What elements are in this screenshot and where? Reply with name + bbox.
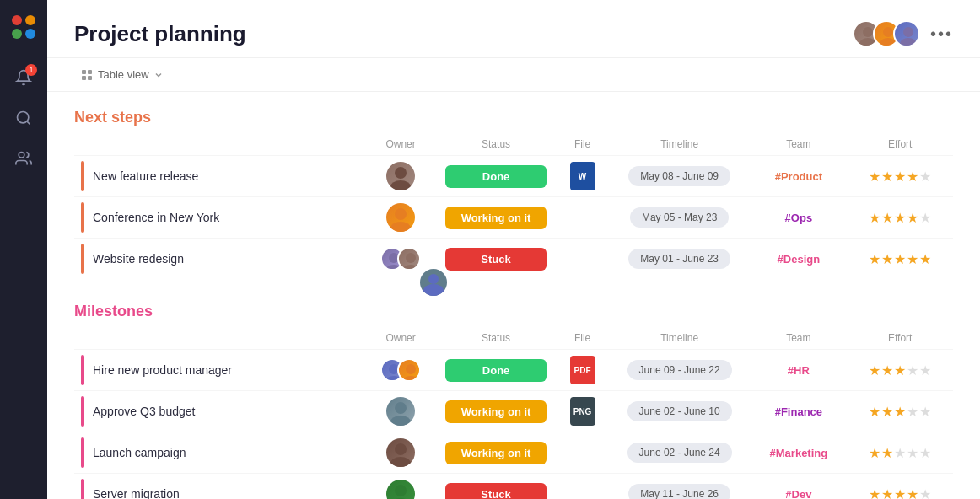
- header-status: Status: [436, 133, 556, 156]
- status-cell: Working on it: [436, 197, 556, 239]
- file-cell: [556, 474, 609, 500]
- status-cell: Stuck: [436, 239, 556, 280]
- milestones-header: Owner Status File Timeline Team Effort: [74, 327, 953, 350]
- svg-point-35: [395, 485, 407, 496]
- file-cell: PNG: [556, 391, 609, 432]
- row-label: Launch campaign: [93, 446, 186, 459]
- owner-cell: [365, 350, 436, 391]
- row-label: New feature release: [93, 169, 198, 183]
- svg-point-0: [12, 15, 22, 25]
- team-cell: #Design: [750, 239, 847, 280]
- svg-point-23: [406, 253, 416, 263]
- row-label: Approve Q3 budget: [93, 405, 195, 418]
- table-area: Next steps Owner Status File Timeline Te…: [47, 92, 980, 499]
- status-badge: Stuck: [445, 483, 547, 500]
- team-cell: #Finance: [750, 391, 847, 432]
- svg-point-34: [390, 457, 411, 467]
- sidebar-notifications-icon[interactable]: 1: [13, 67, 34, 88]
- effort-stars: ★★★★★: [869, 363, 932, 378]
- file-icon-pdf[interactable]: PDF: [570, 356, 595, 384]
- next-steps-header: Owner Status File Timeline Team Effort: [74, 133, 953, 156]
- table-row: Website redesign: [74, 239, 953, 280]
- app-logo[interactable]: [10, 13, 37, 40]
- svg-point-18: [390, 180, 411, 190]
- svg-point-11: [903, 27, 913, 37]
- status-badge: Done: [445, 165, 547, 188]
- svg-point-9: [883, 27, 893, 37]
- team-cell: #Dev: [750, 474, 847, 500]
- header-status: Status: [436, 327, 556, 350]
- effort-cell: ★★★★★: [847, 197, 953, 239]
- sidebar-search-icon[interactable]: [13, 108, 34, 128]
- effort-stars: ★★★★★: [869, 487, 932, 500]
- svg-rect-16: [88, 76, 92, 80]
- header-owner: Owner: [365, 327, 436, 350]
- timeline-cell: June 09 - June 22: [609, 350, 750, 391]
- owner-avatars: [372, 247, 429, 271]
- owner-cell: [365, 391, 436, 432]
- effort-cell: ★★★★★: [847, 391, 953, 432]
- row-border: [81, 202, 84, 233]
- svg-point-20: [390, 222, 411, 232]
- header-right: •••: [853, 20, 953, 47]
- avatar-3[interactable]: [893, 20, 920, 47]
- timeline-cell: May 05 - May 23: [609, 197, 750, 239]
- chevron-down-icon: [154, 71, 163, 79]
- status-cell: Done: [436, 350, 556, 391]
- sidebar: 1: [0, 0, 47, 499]
- header-name: [74, 327, 365, 350]
- timeline-pill: May 08 - June 09: [628, 166, 730, 186]
- owner-avatar: [386, 397, 415, 426]
- svg-point-17: [395, 167, 407, 179]
- file-icon-word[interactable]: W: [570, 162, 595, 190]
- effort-cell: ★★★★★: [847, 432, 953, 474]
- milestones-section: Milestones Owner Status File Timeline Te…: [74, 303, 953, 499]
- file-cell: [556, 239, 609, 280]
- svg-point-30: [402, 376, 419, 382]
- svg-point-1: [25, 15, 35, 25]
- sidebar-people-icon[interactable]: [13, 148, 34, 169]
- table-view-button[interactable]: Table view: [74, 65, 170, 84]
- team-avatars[interactable]: [853, 20, 920, 47]
- timeline-cell: June 02 - June 24: [609, 432, 750, 474]
- file-icon-png[interactable]: PNG: [570, 397, 595, 426]
- row-label: Server migration: [93, 487, 180, 499]
- notification-badge: 1: [25, 64, 37, 76]
- svg-rect-15: [82, 76, 86, 80]
- svg-point-12: [900, 38, 917, 47]
- status-badge: Done: [445, 359, 547, 382]
- svg-rect-13: [82, 70, 86, 74]
- effort-stars: ★★★★★: [869, 211, 932, 225]
- status-badge: Working on it: [445, 400, 547, 423]
- row-name-cell: Server migration: [74, 474, 365, 500]
- effort-stars: ★★★★★: [869, 169, 932, 184]
- timeline-cell: May 08 - June 09: [609, 156, 750, 197]
- more-options-button[interactable]: •••: [930, 24, 953, 44]
- svg-point-33: [395, 443, 407, 455]
- team-tag: #Finance: [775, 405, 822, 418]
- status-cell: Working on it: [436, 432, 556, 474]
- team-tag: #Product: [775, 170, 822, 183]
- row-border: [81, 355, 84, 385]
- file-cell: [556, 432, 609, 474]
- svg-point-32: [390, 416, 411, 426]
- header-owner: Owner: [365, 133, 436, 156]
- owner-avatar: [386, 162, 415, 190]
- header-file: File: [556, 327, 609, 350]
- timeline-pill: June 02 - June 24: [627, 443, 732, 463]
- status-badge: Working on it: [445, 442, 547, 464]
- page-title: Project planning: [74, 21, 246, 47]
- table-row: New feature release: [74, 156, 953, 197]
- file-cell: PDF: [556, 350, 609, 391]
- toolbar: Table view: [47, 58, 980, 92]
- owner-avatar-multi: [397, 247, 421, 271]
- table-row: Hire new product manager: [74, 350, 953, 391]
- owner-avatar-multi: [397, 358, 421, 382]
- main-content: Project planning: [47, 0, 980, 499]
- team-cell: #Ops: [750, 197, 847, 239]
- svg-rect-14: [88, 70, 92, 74]
- timeline-pill: May 01 - June 23: [628, 249, 730, 269]
- owner-avatar: [386, 438, 415, 467]
- effort-stars: ★★★★★: [869, 405, 932, 419]
- timeline-pill: June 09 - June 22: [627, 360, 732, 380]
